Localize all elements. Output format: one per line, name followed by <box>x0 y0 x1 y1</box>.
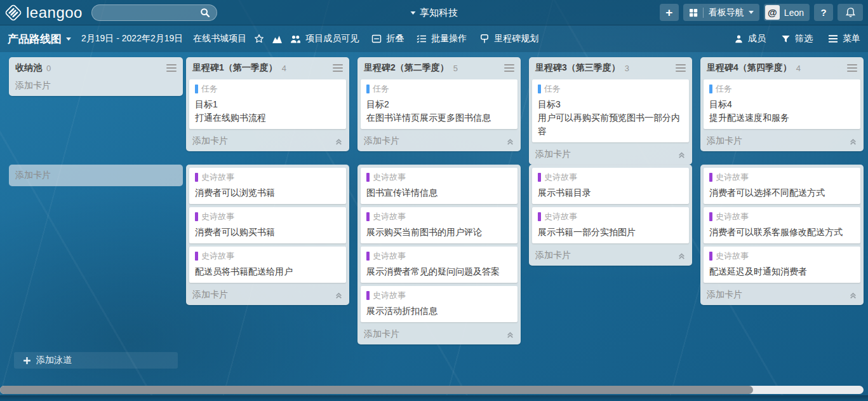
column-header[interactable]: 里程碑3（第三季度） 3 <box>529 57 692 77</box>
card[interactable]: 史诗故事 消费者可以联系客服修改配送方式 <box>704 207 860 243</box>
project-name[interactable]: 在线书城项目 <box>193 33 246 44</box>
notifications-bell-button[interactable] <box>838 4 863 21</box>
collapse-icon[interactable] <box>335 137 343 146</box>
card[interactable]: 史诗故事 展示书籍目录 <box>532 168 689 204</box>
plus-icon <box>23 357 31 365</box>
menu-button[interactable]: 菜单 <box>828 33 860 44</box>
add-card-label: 添加卡片 <box>707 135 742 147</box>
members-button[interactable]: 成员 <box>734 33 766 44</box>
card-title: 展示购买当前图书的用户评论 <box>366 226 512 239</box>
add-card-button[interactable]: 添加卡片 <box>186 132 349 151</box>
member-visibility-button[interactable]: 项目成员可见 <box>290 33 359 44</box>
epic-tag-bar <box>366 291 370 300</box>
add-board-button[interactable]: + <box>660 4 679 21</box>
batch-operation-button[interactable]: 批量操作 <box>417 33 467 44</box>
milestone-plan-button[interactable]: 里程碑规划 <box>479 33 538 44</box>
card-title: 展示书籍一部分实拍图片 <box>538 226 683 239</box>
collapse-icon[interactable] <box>335 291 343 299</box>
star-icon <box>254 34 264 44</box>
collapse-icon[interactable] <box>506 137 514 146</box>
card[interactable]: 任务 目标1 打通在线购书流程 <box>189 79 346 129</box>
add-swimlane-label: 添加泳道 <box>36 355 72 366</box>
card-desc: 打通在线购书流程 <box>195 111 340 125</box>
epic-tag-bar <box>538 173 541 182</box>
collapse-icon[interactable] <box>678 252 686 260</box>
favorite-star-button[interactable] <box>254 34 264 44</box>
card-tag-label: 任务 <box>201 83 218 95</box>
column-menu-icon[interactable] <box>847 63 857 73</box>
logo-text: leangoo <box>26 4 83 22</box>
collapse-icon[interactable] <box>849 291 857 299</box>
avatar: @ <box>765 5 780 20</box>
card[interactable]: 任务 目标3 用户可以再购买前预览图书一部分内容 <box>532 79 689 142</box>
board-title-dropdown[interactable]: 产品路线图 <box>8 32 71 46</box>
add-card-button[interactable]: 添加卡片 <box>529 247 692 266</box>
card[interactable]: 任务 目标2 在图书详情页展示更多图书信息 <box>361 79 517 129</box>
add-card-label: 添加卡片 <box>15 170 51 181</box>
search-icon[interactable] <box>200 8 210 18</box>
add-card-button[interactable]: 添加卡片 <box>186 286 349 305</box>
epic-tag-bar <box>195 212 198 221</box>
card-tag-label: 史诗故事 <box>716 172 749 183</box>
toolbar-right: 成员 筛选 菜单 <box>734 33 860 44</box>
card[interactable]: 史诗故事 消费者可以选择不同配送方式 <box>704 168 860 204</box>
search-box[interactable] <box>91 4 217 21</box>
horizontal-scrollbar-thumb[interactable] <box>0 386 753 394</box>
user-menu-button[interactable]: @ Leon <box>764 4 810 21</box>
add-card-button[interactable]: 添加卡片 <box>357 325 521 344</box>
chevron-down-icon <box>749 11 754 14</box>
add-card-button[interactable]: 添加卡片 <box>9 165 183 186</box>
milestone-column-2: 里程碑2（第二季度） 5 任务 目标2 在图书详情页展示更多图书信息 添加卡片 <box>357 57 521 151</box>
bottom-edge <box>0 395 868 401</box>
column-menu-icon[interactable] <box>333 63 343 73</box>
collapse-icon[interactable] <box>678 151 686 159</box>
add-card-button[interactable]: 添加卡片 <box>700 286 864 305</box>
card-title: 消费者可以选择不同配送方式 <box>709 186 855 200</box>
card[interactable]: 任务 目标4 提升配送速度和服务 <box>704 79 860 129</box>
horizontal-scrollbar-track[interactable] <box>0 386 864 394</box>
org-name: 享知科技 <box>420 7 458 19</box>
pool-header[interactable]: 收纳池 0 <box>9 57 183 77</box>
column-header[interactable]: 里程碑2（第二季度） 5 <box>357 57 521 77</box>
card[interactable]: 史诗故事 展示活动折扣信息 <box>361 286 517 322</box>
add-card-label: 添加卡片 <box>535 149 571 160</box>
card-tag-label: 史诗故事 <box>201 250 234 262</box>
column-menu-icon[interactable] <box>166 63 177 73</box>
column-menu-icon[interactable] <box>676 63 686 73</box>
card[interactable]: 史诗故事 消费者可以购买书籍 <box>189 207 346 243</box>
pool-card-count: 0 <box>46 64 51 73</box>
column-title: 里程碑4（第四季度） <box>707 62 792 74</box>
column-header[interactable]: 里程碑4（第四季度） 4 <box>700 57 864 77</box>
epic-tag-bar <box>366 173 370 182</box>
card[interactable]: 史诗故事 配送延迟及时通知消费者 <box>704 247 860 283</box>
column-menu-icon[interactable] <box>504 63 514 73</box>
date-range[interactable]: 2月19日 - 2022年2月19日 <box>81 33 183 44</box>
chart-button[interactable] <box>272 34 283 44</box>
card[interactable]: 史诗故事 展示书籍一部分实拍图片 <box>532 207 689 243</box>
add-card-button[interactable]: 添加卡片 <box>9 77 183 96</box>
pool-column: 收纳池 0 添加卡片 <box>9 57 183 96</box>
card[interactable]: 史诗故事 展示购买当前图书的用户评论 <box>361 207 517 243</box>
column-header[interactable]: 里程碑1（第一季度） 4 <box>186 57 349 77</box>
help-button[interactable]: ? <box>814 4 833 21</box>
card[interactable]: 史诗故事 配送员将书籍配送给用户 <box>189 247 346 283</box>
add-card-button[interactable]: 添加卡片 <box>700 132 864 151</box>
collapse-button[interactable]: 折叠 <box>371 33 404 44</box>
card[interactable]: 史诗故事 展示消费者常见的疑问问题及答案 <box>361 247 517 283</box>
card-tag-label: 史诗故事 <box>373 250 406 262</box>
app-logo[interactable]: leangoo <box>5 4 83 22</box>
add-swimlane-button[interactable]: 添加泳道 <box>14 352 178 369</box>
card-tag-label: 史诗故事 <box>544 172 577 183</box>
collapse-icon[interactable] <box>506 330 514 339</box>
collapse-icon[interactable] <box>849 137 857 146</box>
card-tag-label: 任务 <box>544 83 561 95</box>
search-input[interactable] <box>98 8 200 17</box>
add-card-button[interactable]: 添加卡片 <box>529 146 692 165</box>
org-switcher[interactable]: 享知科技 <box>410 0 458 25</box>
card[interactable]: 史诗故事 消费者可以浏览书籍 <box>189 168 346 204</box>
boards-nav-button[interactable]: 看板导航 <box>683 4 759 21</box>
filter-button[interactable]: 筛选 <box>781 33 813 44</box>
add-card-button[interactable]: 添加卡片 <box>357 132 521 151</box>
card[interactable]: 史诗故事 图书宣传详情信息 <box>361 168 517 204</box>
column-title: 里程碑1（第一季度） <box>192 62 277 74</box>
